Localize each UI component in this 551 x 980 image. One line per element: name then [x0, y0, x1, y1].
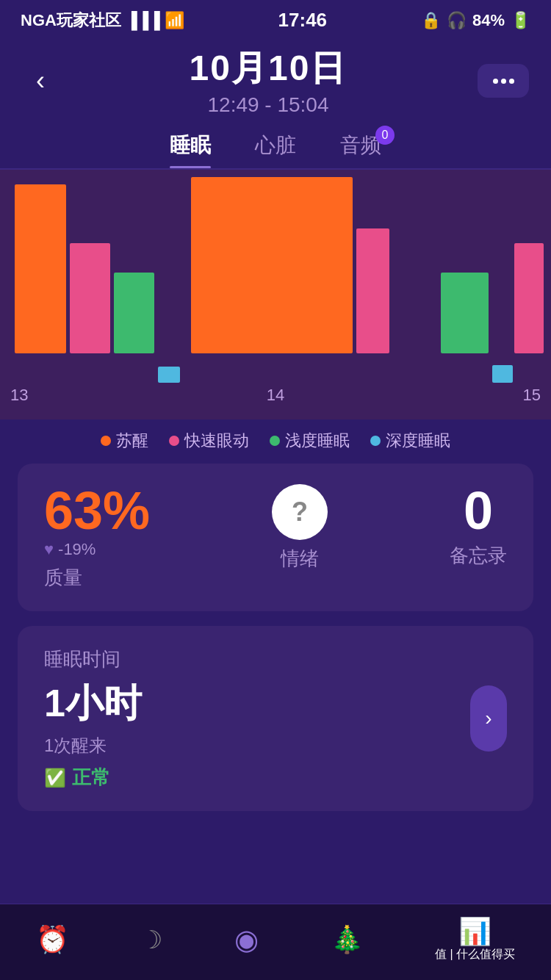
headphone-icon: 🎧 — [447, 11, 467, 30]
header: ‹ 10月10日 12:49 - 15:04 — [0, 37, 551, 120]
nav-item-clock[interactable]: ⏰ — [21, 921, 84, 958]
battery-icon: 🔋 — [511, 11, 530, 30]
quality-label: 质量 — [44, 565, 150, 591]
status-time: 17:46 — [278, 9, 328, 32]
emotion-circle: ? — [272, 484, 328, 540]
heart-icon: ♥ — [44, 540, 54, 559]
svg-rect-6 — [441, 273, 489, 353]
awake-label: 苏醒 — [116, 430, 148, 452]
light-dot — [270, 436, 280, 446]
svg-rect-4 — [191, 177, 353, 353]
svg-rect-3 — [158, 367, 180, 383]
sleep-status: ✅ 正常 — [44, 765, 142, 790]
x-label-13: 13 — [10, 386, 28, 405]
audio-badge: 0 — [375, 126, 395, 145]
nav-item-stats[interactable]: 📊 值 | 什么值得买 — [420, 913, 530, 965]
quality-stat: 63% ♥ -19% 质量 — [44, 484, 150, 591]
rem-dot — [169, 436, 179, 446]
svg-rect-2 — [114, 273, 154, 353]
legend-deep: 深度睡眠 — [370, 430, 450, 452]
tab-sleep[interactable]: 睡眠 — [170, 131, 211, 168]
tab-bar: 睡眠 心脏 音频 0 — [0, 120, 551, 168]
change-value: -19% — [58, 540, 96, 559]
memo-stat[interactable]: 0 备忘录 — [450, 484, 507, 569]
legend-light: 浅度睡眠 — [270, 430, 350, 452]
dot1 — [493, 79, 498, 84]
dashboard-icon: ◉ — [234, 923, 259, 956]
nav-item-dashboard[interactable]: ◉ — [220, 920, 273, 959]
chart-legend: 苏醒 快速眼动 浅度睡眠 深度睡眠 — [0, 419, 551, 464]
sleep-card[interactable]: 睡眠时间 1小时 1次醒来 ✅ 正常 › — [18, 626, 533, 811]
dot3 — [509, 79, 514, 84]
deep-label: 深度睡眠 — [386, 430, 450, 452]
status-bar: NGA玩家社区 ▐▐▐ 📶 17:46 🔒 🎧 84% 🔋 — [0, 0, 551, 37]
back-button[interactable]: ‹ — [22, 62, 59, 99]
deep-dot — [370, 436, 381, 446]
stats-icon: 📊 — [458, 916, 491, 947]
wifi-icon: 📶 — [165, 11, 184, 30]
clock-icon: ⏰ — [36, 924, 69, 955]
more-button[interactable] — [478, 64, 529, 98]
sleep-info: 睡眠时间 1小时 1次醒来 ✅ 正常 — [44, 646, 142, 790]
tab-heart[interactable]: 心脏 — [255, 131, 296, 168]
sleep-track-icon: ☽ — [140, 925, 162, 954]
tab-audio[interactable]: 音频 0 — [340, 131, 381, 168]
quality-value: 63% — [44, 484, 150, 537]
legend-rem: 快速眼动 — [169, 430, 249, 452]
status-carrier: NGA玩家社区 ▐▐▐ 📶 — [21, 10, 184, 32]
status-battery: 🔒 🎧 84% 🔋 — [421, 11, 530, 30]
rem-label: 快速眼动 — [184, 430, 249, 452]
x-label-15: 15 — [523, 386, 541, 405]
chart-area: 13 14 15 — [0, 170, 551, 419]
date-label: 10月10日 — [190, 45, 347, 92]
carrier-text: NGA玩家社区 — [21, 10, 121, 32]
signal-icon: ▐▐▐ — [126, 11, 160, 30]
dot2 — [501, 79, 506, 84]
sleep-arrow-button[interactable]: › — [470, 685, 507, 752]
svg-rect-1 — [70, 243, 110, 353]
battery-text: 84% — [472, 11, 505, 30]
emotion-stat[interactable]: ? 情绪 — [272, 484, 328, 572]
stats-card: 63% ♥ -19% 质量 ? 情绪 0 备忘录 — [18, 464, 533, 611]
chart-x-labels: 13 14 15 — [0, 383, 551, 405]
sleep-duration: 1小时 — [44, 678, 142, 729]
sleep-chart — [0, 170, 551, 383]
svg-rect-8 — [514, 243, 544, 353]
nav-item-alert[interactable]: 🎄 — [316, 921, 378, 958]
quality-change: ♥ -19% — [44, 540, 150, 559]
sleep-wake: 1次醒来 — [44, 734, 142, 757]
back-icon: ‹ — [36, 65, 45, 96]
emotion-icon: ? — [292, 497, 308, 527]
watermark-label: 值 | 什么值得买 — [435, 947, 515, 962]
memo-label: 备忘录 — [450, 543, 507, 569]
time-range-label: 12:49 - 15:04 — [190, 93, 347, 117]
lock-icon: 🔒 — [421, 11, 441, 30]
svg-rect-7 — [492, 365, 513, 383]
x-label-14: 14 — [267, 386, 284, 405]
memo-value: 0 — [450, 484, 507, 537]
svg-rect-5 — [356, 228, 389, 353]
legend-awake: 苏醒 — [101, 430, 148, 452]
awake-dot — [101, 436, 111, 446]
emotion-label: 情绪 — [272, 546, 328, 572]
alert-icon: 🎄 — [331, 924, 364, 955]
light-label: 浅度睡眠 — [285, 430, 350, 452]
chevron-right-icon: › — [485, 707, 491, 730]
sleep-card-title: 睡眠时间 — [44, 646, 142, 672]
svg-rect-0 — [15, 184, 66, 353]
bottom-nav: ⏰ ☽ ◉ 🎄 📊 值 | 什么值得买 — [0, 904, 551, 980]
status-check-icon: ✅ — [44, 768, 66, 788]
status-normal-label: 正常 — [72, 765, 110, 790]
header-center: 10月10日 12:49 - 15:04 — [190, 45, 347, 117]
nav-item-sleep-track[interactable]: ☽ — [126, 922, 177, 957]
